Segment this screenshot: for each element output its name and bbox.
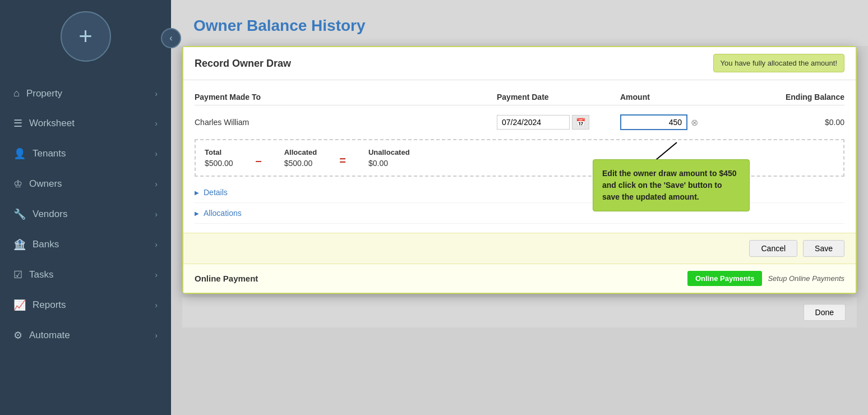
unallocated-value: $0.00 (368, 159, 410, 168)
total-allocation-item: Total $500.00 (205, 148, 233, 168)
modal-body: Payment Made To Payment Date Amount Endi… (183, 80, 856, 233)
banks-chevron-icon: › (155, 240, 158, 249)
online-payment-bar: Online Payment Online Payments Setup Onl… (183, 264, 856, 293)
tenants-chevron-icon: › (155, 149, 158, 158)
table-header-row: Payment Made To Payment Date Amount Endi… (195, 89, 844, 105)
amount-input[interactable] (620, 114, 687, 130)
reports-chevron-icon: › (155, 301, 158, 310)
amount-field: ⊗ (620, 114, 744, 130)
sidebar-nav: ⌂ Property › ☰ Worksheet › 👤 Tenants › ♔… (0, 79, 171, 351)
equals-separator: = (339, 154, 346, 167)
unallocated-label: Unallocated (368, 148, 410, 156)
sidebar-item-property[interactable]: ⌂ Property › (0, 79, 171, 108)
allocations-expand-icon: ▶ (195, 210, 199, 216)
tenants-icon: 👤 (13, 147, 26, 160)
sidebar: + ‹ ⌂ Property › ☰ Worksheet › 👤 Tenants… (0, 0, 171, 415)
sidebar-item-worksheet[interactable]: ☰ Worksheet › (0, 108, 171, 139)
sidebar-item-vendors-label: Vendors (33, 209, 67, 220)
allocated-label: Allocated (284, 148, 317, 156)
col-payment-made-to: Payment Made To (195, 93, 497, 102)
record-owner-draw-modal: Record Owner Draw ✕ Payment Made To Paym… (182, 46, 857, 294)
details-expand-label: Details (204, 188, 228, 197)
property-icon: ⌂ (13, 87, 20, 99)
page-title: Owner Balance History (193, 17, 846, 35)
sidebar-item-banks[interactable]: 🏦 Banks › (0, 229, 171, 260)
automate-icon: ⚙ (13, 329, 22, 342)
details-expand-icon: ▶ (195, 190, 199, 196)
payment-date-field: 📅 (497, 115, 620, 130)
owners-icon: ♔ (13, 178, 22, 190)
sidebar-item-reports[interactable]: 📈 Reports › (0, 290, 171, 320)
property-chevron-icon: › (155, 89, 158, 98)
sidebar-item-owners[interactable]: ♔ Owners › (0, 169, 171, 199)
save-button[interactable]: Save (803, 240, 844, 257)
amount-clear-button[interactable]: ⊗ (690, 117, 699, 128)
automate-chevron-icon: › (155, 331, 158, 340)
worksheet-icon: ☰ (13, 117, 22, 130)
sidebar-item-owners-label: Owners (29, 178, 62, 190)
total-label: Total (205, 148, 233, 156)
allocated-allocation-item: Allocated $500.00 (284, 148, 317, 168)
col-ending-balance: Ending Balance (744, 93, 844, 102)
modal-area: Record Owner Draw ✕ Payment Made To Paym… (171, 46, 868, 415)
worksheet-chevron-icon: › (155, 119, 158, 128)
fully-allocated-tooltip: You have fully allocated the amount! (713, 54, 844, 72)
unallocated-allocation-item: Unallocated $0.00 (368, 148, 410, 168)
sidebar-item-banks-label: Banks (33, 239, 59, 250)
page-header: Owner Balance History (171, 0, 868, 46)
main-content: Owner Balance History Record Owner Draw … (171, 0, 868, 415)
sidebar-item-tenants[interactable]: 👤 Tenants › (0, 139, 171, 169)
collapse-icon: ‹ (169, 33, 172, 43)
tasks-icon: ☑ (13, 269, 22, 281)
col-amount: Amount (620, 93, 744, 102)
cancel-button[interactable]: Cancel (749, 240, 797, 257)
ending-balance-value: $0.00 (744, 118, 844, 127)
sidebar-item-worksheet-label: Worksheet (29, 118, 75, 129)
banks-icon: 🏦 (13, 238, 26, 251)
payment-date-input[interactable] (497, 115, 570, 130)
modal-title: Record Owner Draw (195, 58, 291, 70)
total-value: $500.00 (205, 159, 233, 168)
reports-icon: 📈 (13, 299, 26, 311)
minus-separator: – (256, 154, 262, 167)
sidebar-item-automate-label: Automate (29, 330, 70, 341)
sidebar-item-tasks[interactable]: ☑ Tasks › (0, 260, 171, 290)
allocated-value: $500.00 (284, 159, 317, 168)
modal-footer: Cancel Save (183, 233, 856, 264)
vendors-icon: 🔧 (13, 208, 26, 220)
done-area: Done (182, 297, 857, 328)
instruction-callout: Edit the owner draw amount to $450 and c… (593, 159, 750, 211)
allocations-expand-label: Allocations (204, 209, 242, 218)
online-payments-button[interactable]: Online Payments (687, 271, 762, 286)
sidebar-item-automate[interactable]: ⚙ Automate › (0, 320, 171, 351)
online-payment-right: Online Payments Setup Online Payments (687, 271, 844, 286)
setup-online-payments-link[interactable]: Setup Online Payments (768, 274, 844, 283)
table-data-row: Charles William 📅 ⊗ $0.00 (195, 111, 844, 133)
vendors-chevron-icon: › (155, 210, 158, 219)
add-icon: + (79, 25, 93, 48)
owners-chevron-icon: › (155, 179, 158, 188)
payee-name: Charles William (195, 118, 497, 127)
add-button[interactable]: + (61, 11, 111, 62)
calendar-button[interactable]: 📅 (572, 115, 589, 130)
col-payment-date: Payment Date (497, 93, 620, 102)
sidebar-item-tasks-label: Tasks (29, 269, 53, 280)
sidebar-item-tenants-label: Tenants (33, 148, 66, 159)
sidebar-item-property-label: Property (26, 88, 62, 99)
done-button[interactable]: Done (804, 304, 846, 321)
sidebar-item-reports-label: Reports (33, 299, 66, 311)
online-payment-label: Online Payment (195, 274, 258, 283)
sidebar-collapse-button[interactable]: ‹ (161, 28, 181, 48)
tasks-chevron-icon: › (155, 270, 158, 279)
sidebar-item-vendors[interactable]: 🔧 Vendors › (0, 199, 171, 229)
